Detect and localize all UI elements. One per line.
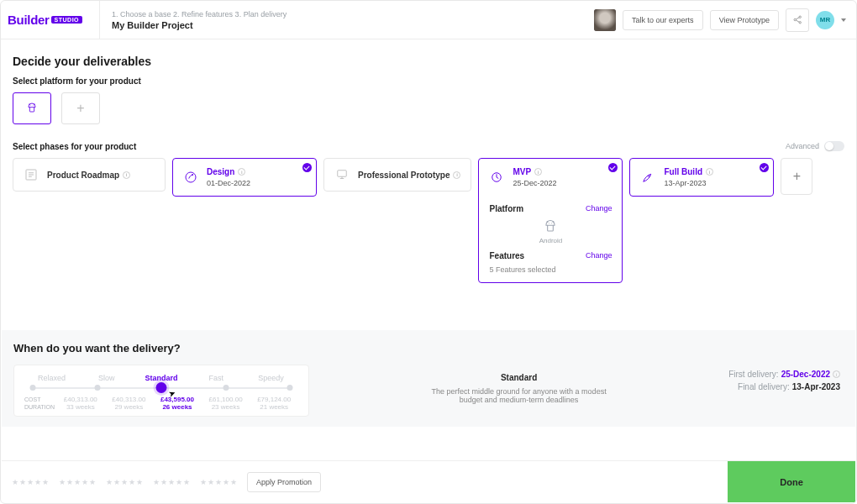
mvp-platform-name: Android (539, 237, 563, 244)
speed-label[interactable]: Fast (189, 374, 244, 382)
slider-knob[interactable] (156, 382, 167, 393)
share-button[interactable] (786, 8, 809, 32)
duration-value-selected: 26 weeks (153, 403, 202, 411)
phase-date: 13-Apr-2023 (664, 179, 713, 187)
rating-item: ★★★★★ (106, 478, 143, 486)
phases-section-label: Select phases for your product (13, 142, 136, 151)
duration-value: 29 weeks (105, 403, 154, 411)
done-button[interactable]: Done (728, 461, 855, 502)
svg-point-12 (192, 174, 193, 176)
svg-point-18 (552, 223, 553, 223)
info-icon[interactable]: i (453, 171, 460, 179)
mvp-features-summary: 5 Features selected (489, 265, 612, 274)
svg-point-0 (794, 18, 796, 20)
mvp-features-label: Features (489, 251, 524, 260)
apply-promotion-button[interactable]: Apply Promotion (247, 472, 321, 492)
first-delivery-label: First delivery: (728, 370, 778, 379)
deliverables-title: Decide your deliverables (13, 55, 844, 68)
platform-tile-android[interactable] (13, 92, 51, 124)
plan-text: The perfect middle ground for anyone wit… (423, 387, 616, 404)
main-content: Decide your deliverables Select platform… (1, 39, 856, 283)
cost-row-label: COST (24, 396, 56, 402)
phase-name: Professional Prototype (358, 171, 450, 180)
duration-value: 23 weeks (202, 403, 250, 411)
roadmap-icon (24, 167, 39, 182)
mvp-features-change-link[interactable]: Change (586, 251, 613, 260)
speed-slider-track[interactable]: ➤ (33, 387, 290, 389)
speed-label[interactable]: Relaxed (24, 374, 79, 382)
mvp-platform-icon-block: Android (489, 218, 612, 244)
ratings-row: ★★★★★ ★★★★★ ★★★★★ ★★★★★ ★★★★★ Apply Prom… (2, 472, 728, 492)
delivery-title: When do you want the delivery? (13, 342, 844, 354)
info-icon[interactable]: i (534, 168, 542, 176)
svg-point-6 (33, 105, 34, 106)
talk-to-experts-button[interactable]: Talk to our experts (623, 10, 703, 30)
info-icon[interactable]: i (238, 168, 245, 176)
cost-value: £40,313.00 (105, 396, 154, 403)
rocket-icon (640, 170, 655, 185)
phase-card-fullbuild[interactable]: Full Buildi 13-Apr-2023 (629, 158, 774, 197)
prototype-icon (334, 167, 350, 182)
plan-description: Standard The perfect middle ground for a… (324, 365, 713, 404)
speed-label-selected[interactable]: Standard (134, 374, 188, 382)
android-icon (542, 218, 559, 235)
phase-date: 01-Dec-2022 (207, 179, 250, 187)
phase-row: Product Roadmapi Designi 01-Dec-2022 (13, 158, 844, 283)
mvp-expanded-panel: Platform Change Android Features Change … (489, 196, 612, 274)
svg-rect-13 (338, 171, 347, 177)
slider-stop[interactable] (94, 385, 100, 391)
first-delivery-date: 25-Dec-2022 (781, 370, 830, 379)
rating-item: ★★★★★ (12, 478, 49, 486)
user-menu-caret[interactable] (841, 18, 846, 22)
phase-card-prototype[interactable]: Professional Prototypei (323, 158, 471, 192)
speed-label[interactable]: Slow (79, 374, 134, 382)
user-avatar[interactable]: MR (816, 11, 834, 29)
rating-item: ★★★★★ (59, 478, 96, 486)
phase-card-design[interactable]: Designi 01-Dec-2022 (172, 158, 317, 197)
bottom-bar: ★★★★★ ★★★★★ ★★★★★ ★★★★★ ★★★★★ Apply Prom… (2, 460, 855, 502)
final-delivery-label: Final delivery: (738, 382, 790, 391)
phase-card-roadmap[interactable]: Product Roadmapi (13, 158, 166, 192)
info-icon[interactable]: i (123, 171, 130, 179)
android-icon (25, 102, 39, 115)
rating-item: ★★★★★ (200, 478, 237, 486)
svg-line-4 (796, 20, 799, 22)
slider-stop[interactable] (223, 385, 229, 391)
add-platform-button[interactable]: + (61, 92, 100, 124)
advanced-toggle-group: Advanced (786, 141, 844, 151)
view-prototype-button[interactable]: View Prototype (710, 10, 779, 30)
phase-card-mvp[interactable]: MVPi 25-Dec-2022 Platform Change Android… (478, 158, 623, 283)
phase-date: 25-Dec-2022 (513, 179, 556, 187)
duration-row-label: DURATION (24, 404, 56, 410)
svg-point-5 (30, 105, 31, 106)
speed-slider-box: Relaxed Slow Standard Fast Speedy ➤ COST… (13, 365, 309, 417)
expert-avatar (594, 9, 616, 31)
slider-stop[interactable] (287, 385, 293, 391)
advanced-toggle[interactable] (824, 141, 844, 151)
speed-labels: Relaxed Slow Standard Fast Speedy (24, 374, 298, 382)
cost-value: £61,100.00 (202, 396, 250, 403)
breadcrumb: 1. Choose a base 2. Refine features 3. P… (100, 10, 594, 30)
logo[interactable]: Builder STUDIO (1, 1, 100, 39)
logo-text: Builder (8, 13, 50, 27)
add-phase-button[interactable]: + (781, 158, 812, 195)
duration-value: 33 weeks (56, 403, 105, 411)
svg-point-11 (186, 172, 196, 182)
platform-row: + (13, 92, 844, 124)
phase-name: Full Build (664, 167, 702, 176)
advanced-label: Advanced (786, 142, 819, 150)
info-icon[interactable]: i (706, 168, 713, 176)
info-icon[interactable]: i (833, 370, 840, 378)
slider-stop[interactable] (30, 385, 36, 391)
rating-item: ★★★★★ (153, 478, 190, 486)
svg-point-17 (549, 223, 549, 223)
top-right-actions: Talk to our experts View Prototype MR (594, 8, 846, 32)
delivery-dates: First delivery: 25-Dec-2022 i Final deli… (728, 365, 844, 395)
mvp-platform-change-link[interactable]: Change (586, 204, 613, 213)
check-icon (608, 163, 618, 172)
cost-value: £40,313.00 (56, 396, 105, 403)
svg-line-3 (796, 18, 799, 19)
check-icon (760, 163, 769, 172)
delivery-section: When do you want the delivery? Relaxed S… (2, 330, 855, 427)
speed-label[interactable]: Speedy (244, 374, 298, 382)
